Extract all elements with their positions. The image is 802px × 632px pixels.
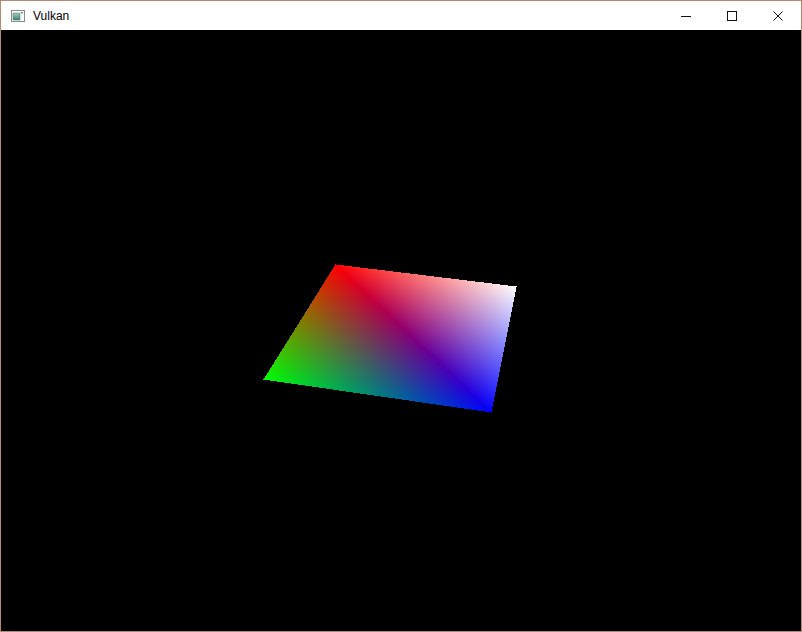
window-controls	[663, 1, 801, 30]
close-icon	[773, 11, 783, 21]
maximize-icon	[727, 11, 737, 21]
vulkan-client-area	[1, 30, 801, 631]
maximize-button[interactable]	[709, 1, 755, 30]
close-button[interactable]	[755, 1, 801, 30]
app-window-icon[interactable]	[10, 8, 26, 24]
window-title: Vulkan	[33, 9, 69, 23]
vulkan-window: Vulkan	[0, 0, 802, 632]
render-viewport	[1, 30, 801, 631]
titlebar[interactable]: Vulkan	[1, 1, 801, 30]
minimize-button[interactable]	[663, 1, 709, 30]
minimize-icon	[681, 11, 691, 21]
